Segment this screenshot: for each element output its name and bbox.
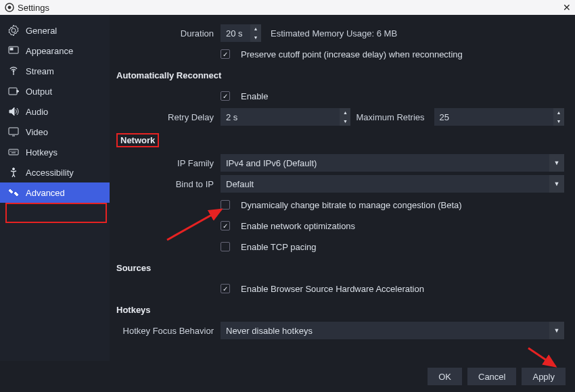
apply-button[interactable]: Apply bbox=[522, 368, 566, 385]
svg-point-4 bbox=[13, 70, 14, 72]
ok-button[interactable]: OK bbox=[428, 368, 462, 385]
sidebar-item-accessibility[interactable]: Accessibility bbox=[0, 162, 110, 182]
svg-rect-5 bbox=[9, 88, 17, 95]
sidebar-item-label: Output bbox=[26, 87, 52, 97]
sidebar-item-label: Stream bbox=[26, 66, 54, 76]
gear-icon bbox=[8, 25, 19, 36]
annotation-highlight-network: Network bbox=[116, 133, 159, 147]
max-retries-value: 25 bbox=[440, 112, 449, 122]
sidebar-item-general[interactable]: General bbox=[0, 20, 110, 41]
chevron-down-icon: ▼ bbox=[549, 175, 564, 193]
monitor-icon bbox=[8, 126, 19, 137]
bind-ip-select[interactable]: Default ▼ bbox=[221, 175, 564, 193]
close-icon[interactable]: ✕ bbox=[563, 3, 571, 12]
ip-family-value: IPv4 and IPv6 (Default) bbox=[226, 158, 317, 168]
sidebar-item-output[interactable]: Output bbox=[0, 81, 110, 101]
sidebar-item-label: General bbox=[26, 26, 57, 36]
duration-label: Duration bbox=[115, 28, 221, 39]
reconnect-enable-checkbox[interactable] bbox=[221, 91, 230, 101]
bind-ip-value: Default bbox=[226, 179, 254, 189]
sidebar-item-appearance[interactable]: Appearance bbox=[0, 41, 110, 61]
hotkey-focus-label: Hotkey Focus Behavior bbox=[115, 326, 221, 336]
net-opt-label: Enable network optimizations bbox=[241, 221, 355, 231]
duration-input[interactable]: 20 s ▲▼ bbox=[221, 24, 261, 42]
svg-rect-7 bbox=[9, 149, 18, 155]
duration-value: 20 s bbox=[226, 28, 243, 39]
sidebar-item-label: Accessibility bbox=[26, 168, 74, 178]
sidebar-item-advanced[interactable]: Advanced bbox=[0, 182, 110, 203]
sidebar-item-audio[interactable]: Audio bbox=[0, 101, 110, 122]
button-bar: OK Cancel Apply bbox=[0, 361, 575, 392]
svg-rect-6 bbox=[9, 128, 18, 134]
ip-family-select[interactable]: IPv4 and IPv6 (Default) ▼ bbox=[221, 154, 564, 172]
cancel-button[interactable]: Cancel bbox=[467, 368, 516, 385]
tcp-pacing-checkbox[interactable] bbox=[221, 242, 230, 251]
tcp-pacing-label: Enable TCP pacing bbox=[241, 242, 317, 252]
retry-delay-label: Retry Delay bbox=[115, 112, 221, 122]
svg-rect-3 bbox=[10, 48, 13, 50]
appearance-icon bbox=[8, 45, 19, 56]
sidebar-item-hotkeys[interactable]: Hotkeys bbox=[0, 142, 110, 162]
svg-point-1 bbox=[8, 6, 11, 9]
chevron-down-icon: ▼ bbox=[549, 154, 564, 172]
sidebar-item-video[interactable]: Video bbox=[0, 122, 110, 142]
annotation-highlight-advanced bbox=[5, 203, 107, 223]
tools-icon bbox=[8, 187, 19, 198]
sidebar: General Appearance Stream Output Audio V… bbox=[0, 15, 110, 361]
sidebar-item-label: Hotkeys bbox=[26, 147, 58, 157]
sidebar-item-label: Appearance bbox=[26, 46, 73, 56]
sidebar-item-stream[interactable]: Stream bbox=[0, 61, 110, 81]
hotkey-focus-select[interactable]: Never disable hotkeys ▼ bbox=[221, 322, 564, 339]
browser-hw-label: Enable Browser Source Hardware Accelerat… bbox=[241, 284, 424, 294]
retry-delay-value: 2 s bbox=[226, 112, 237, 122]
preserve-label: Preserve cutoff point (increase delay) w… bbox=[241, 49, 463, 59]
app-icon bbox=[4, 2, 15, 13]
browser-hw-checkbox[interactable] bbox=[221, 284, 230, 293]
dyn-bitrate-label: Dynamically change bitrate to manage con… bbox=[241, 200, 462, 210]
estimated-usage: Estimated Memory Usage: 6 MB bbox=[271, 28, 397, 39]
max-retries-label: Maximum Retries bbox=[356, 112, 424, 122]
titlebar: Settings ✕ bbox=[0, 0, 575, 15]
dyn-bitrate-checkbox[interactable] bbox=[221, 200, 230, 210]
bind-ip-label: Bind to IP bbox=[115, 179, 221, 189]
window-title: Settings bbox=[18, 3, 49, 13]
spinner-icon[interactable]: ▲▼ bbox=[250, 24, 261, 42]
sidebar-item-label: Video bbox=[26, 127, 48, 137]
hotkey-focus-value: Never disable hotkeys bbox=[226, 326, 313, 336]
max-retries-input[interactable]: 25 ▲▼ bbox=[434, 108, 564, 126]
spinner-icon[interactable]: ▲▼ bbox=[553, 108, 564, 126]
retry-delay-input[interactable]: 2 s ▲▼ bbox=[221, 108, 350, 126]
output-icon bbox=[8, 86, 19, 97]
keyboard-icon bbox=[8, 147, 19, 157]
spinner-icon[interactable]: ▲▼ bbox=[340, 108, 350, 126]
preserve-checkbox[interactable] bbox=[221, 49, 230, 59]
antenna-icon bbox=[8, 66, 19, 76]
speaker-icon bbox=[8, 106, 19, 117]
sidebar-item-label: Audio bbox=[26, 107, 48, 117]
section-network: Network bbox=[115, 129, 564, 151]
svg-point-8 bbox=[13, 168, 15, 170]
section-hotkeys: Hotkeys bbox=[115, 301, 564, 319]
reconnect-enable-label: Enable bbox=[241, 91, 268, 101]
accessibility-icon bbox=[8, 167, 19, 178]
net-opt-checkbox[interactable] bbox=[221, 221, 230, 230]
section-sources: Sources bbox=[115, 259, 564, 277]
sidebar-item-label: Advanced bbox=[26, 188, 65, 198]
chevron-down-icon: ▼ bbox=[549, 322, 564, 339]
content-panel: Duration 20 s ▲▼ Estimated Memory Usage:… bbox=[110, 15, 575, 361]
section-reconnect: Automatically Reconnect bbox=[115, 66, 564, 84]
ip-family-label: IP Family bbox=[115, 158, 221, 168]
